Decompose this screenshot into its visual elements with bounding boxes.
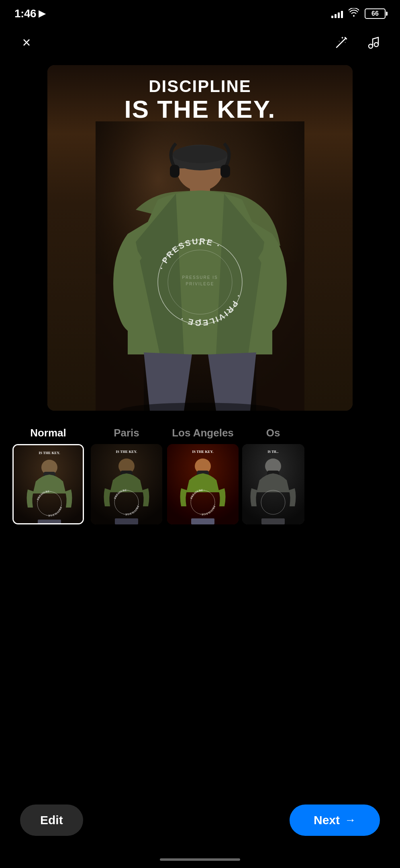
battery-level: 66 (371, 10, 379, 17)
svg-text:IS THE KEY.: IS THE KEY. (192, 450, 214, 454)
svg-point-3 (345, 38, 347, 39)
photo-background: DISCIPLINE IS THE KEY. (47, 65, 353, 411)
svg-line-11 (373, 37, 378, 39)
location-icon: ▶ (39, 8, 45, 19)
wifi-icon (349, 8, 359, 19)
filter-label-row: Normal IS THE KEY. (8, 427, 392, 524)
svg-text:PRIVILEGE: PRIVILEGE (186, 282, 214, 286)
signal-icon (331, 9, 343, 18)
filter-oslo-thumb[interactable]: IS TH... (242, 444, 304, 524)
music-button[interactable] (363, 32, 384, 53)
filter-los-angeles[interactable]: Los Angeles IS THE KEY. (165, 427, 241, 524)
svg-text:IS THE KEY.: IS THE KEY. (39, 451, 60, 455)
filter-oslo[interactable]: Os IS TH... (241, 427, 305, 524)
key-text: IS THE KEY. (55, 96, 345, 123)
main-image-container: DISCIPLINE IS THE KEY. (0, 65, 400, 411)
home-indicator (160, 858, 240, 861)
filter-la-label: Los Angeles (172, 427, 234, 439)
status-bar: 1:46 ▶ 66 (0, 0, 400, 24)
svg-rect-67 (272, 518, 285, 524)
filters-section: Normal IS THE KEY. (0, 427, 400, 524)
svg-rect-23 (170, 165, 180, 178)
top-right-icons: ✦ + + (331, 32, 384, 53)
status-time: 1:46 ▶ (14, 7, 45, 20)
close-button[interactable]: × (16, 32, 37, 53)
next-label: Next (314, 813, 340, 827)
top-controls: × ✦ + + (0, 24, 400, 61)
main-image: DISCIPLINE IS THE KEY. (47, 65, 353, 411)
filter-normal-label: Normal (30, 427, 66, 439)
wand-button[interactable]: ✦ + + (331, 32, 352, 53)
svg-point-29 (199, 243, 201, 245)
discipline-text: DISCIPLINE (55, 77, 345, 96)
filter-paris-label: Paris (114, 427, 139, 439)
svg-point-8 (374, 43, 378, 47)
svg-rect-60 (202, 518, 214, 524)
next-button[interactable]: Next → (290, 805, 380, 836)
filter-la-thumb[interactable]: IS THE KEY. · PRESSURE · · PRI (167, 444, 239, 524)
next-arrow-icon: → (345, 814, 356, 827)
svg-text:+: + (339, 40, 340, 42)
filter-oslo-label: Os (266, 427, 280, 439)
svg-rect-42 (48, 520, 61, 524)
bottom-controls: Edit Next → (0, 805, 400, 836)
svg-rect-51 (125, 518, 138, 524)
svg-text:IS TH...: IS TH... (267, 450, 278, 454)
status-right: 66 (331, 8, 386, 19)
time-display: 1:46 (14, 7, 36, 20)
filter-paris[interactable]: Paris IS THE KEY. (88, 427, 165, 524)
svg-text:PRESSURE IS: PRESSURE IS (182, 275, 218, 280)
battery-icon: 66 (365, 8, 386, 19)
svg-point-22 (173, 145, 227, 163)
svg-text:✦: ✦ (341, 36, 344, 40)
person-figure: · PRESSURE · · PRIVILEGE · PRESSURE IS (96, 121, 304, 411)
photo-text-overlay: DISCIPLINE IS THE KEY. (47, 65, 353, 131)
svg-text:IS THE KEY.: IS THE KEY. (116, 450, 137, 454)
edit-button[interactable]: Edit (20, 805, 83, 836)
filter-normal-thumb[interactable]: IS THE KEY. · PRESSURE · (12, 444, 84, 524)
svg-point-7 (369, 44, 373, 48)
svg-text:+: + (345, 41, 346, 43)
svg-point-30 (199, 319, 201, 321)
filter-paris-thumb[interactable]: IS THE KEY. · PRESSURE · · PRI (91, 444, 162, 524)
svg-rect-24 (220, 165, 230, 178)
filter-normal[interactable]: Normal IS THE KEY. (8, 427, 88, 524)
